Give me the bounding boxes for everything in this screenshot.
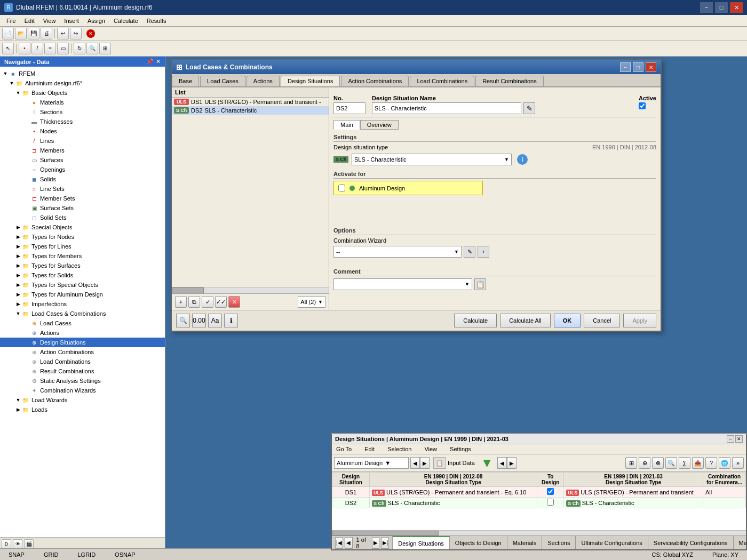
nav-item-line-sets[interactable]: ≡ Line Sets xyxy=(0,184,165,194)
cancel-btn[interactable]: Cancel xyxy=(584,314,620,327)
nav-item-file[interactable]: ▼ 📁 Aluminium design.rf6* xyxy=(0,78,165,88)
comment-edit-btn[interactable]: 📋 xyxy=(474,278,486,290)
info-footer-btn[interactable]: ℹ xyxy=(224,314,238,327)
tab-actions[interactable]: Actions xyxy=(247,76,280,86)
grid-status[interactable]: GRID xyxy=(39,551,63,558)
check2-btn[interactable]: ✓✓ xyxy=(215,296,227,308)
surface-btn[interactable]: ▭ xyxy=(57,43,69,54)
nav-item-solids[interactable]: ◼ Solids xyxy=(0,174,165,184)
new-btn[interactable]: 📄 xyxy=(2,28,14,39)
nav-prev2-btn[interactable]: ◀ xyxy=(497,457,507,469)
name-input[interactable] xyxy=(372,102,521,114)
nav-item-member-sets[interactable]: ⊏ Member Sets xyxy=(0,194,165,203)
first-page-btn[interactable]: |◀ xyxy=(335,537,343,549)
modal-maximize-btn[interactable]: □ xyxy=(633,62,643,72)
ds1-row-to-design[interactable] xyxy=(537,487,564,498)
nav-item-types-special[interactable]: ▶ 📁 Types for Special Objects xyxy=(0,280,165,290)
tab-load-cases[interactable]: Load Cases xyxy=(200,76,245,86)
nav-item-members[interactable]: ⊐ Members xyxy=(0,146,165,155)
nav-next2-btn[interactable]: ▶ xyxy=(507,457,516,469)
sub-tab-overview[interactable]: Overview xyxy=(360,120,399,130)
expand-file[interactable]: ▼ xyxy=(9,81,15,86)
search-footer-btn[interactable]: 🔍 xyxy=(176,314,190,327)
modal-minimize-btn[interactable]: − xyxy=(620,62,631,72)
panel-close-btn[interactable]: ✕ xyxy=(735,435,743,443)
line-btn[interactable]: / xyxy=(31,43,43,54)
ok-btn[interactable]: OK xyxy=(554,314,581,327)
nav-item-combination-wizards[interactable]: ✦ Combination Wizards xyxy=(0,386,165,395)
nav-item-actions[interactable]: ⊕ Actions xyxy=(0,328,165,338)
print-btn[interactable]: 🖨 xyxy=(41,28,52,39)
list-h-scrollbar-thumb[interactable] xyxy=(172,287,204,293)
osnap-status[interactable]: OSNAP xyxy=(110,551,140,558)
tab-action-combinations[interactable]: Action Combinations xyxy=(341,76,409,86)
calc-btn[interactable]: ∑ xyxy=(679,457,690,469)
nav-item-loads[interactable]: ▶ 📁 Loads xyxy=(0,405,165,414)
no-input[interactable] xyxy=(333,102,365,114)
close-button[interactable]: ✕ xyxy=(730,2,743,13)
member-btn[interactable]: = xyxy=(44,43,56,54)
list-item-ds2[interactable]: S Ch DS2 SLS - Characteristic xyxy=(172,106,329,115)
nav-item-imperfections[interactable]: ▶ 📁 Imperfections xyxy=(0,299,165,309)
selection-menu[interactable]: Selection xyxy=(385,445,414,453)
bottom-tab-materials[interactable]: Materials xyxy=(507,536,543,549)
nav-item-result-combinations[interactable]: ⊕ Result Combinations xyxy=(0,366,165,376)
nav-item-load-wizards[interactable]: ▼ 📁 Load Wizards xyxy=(0,395,165,405)
nav-item-basic-objects[interactable]: ▼ 📁 Basic Objects xyxy=(0,88,165,98)
activate-checkbox[interactable] xyxy=(338,185,345,191)
nav-item-rfem[interactable]: ▼ ■ RFEM xyxy=(0,69,165,78)
node-btn[interactable]: • xyxy=(19,43,30,54)
rotate-btn[interactable]: ↻ xyxy=(74,43,85,54)
bottom-toolbar-dropdown[interactable]: Aluminum Design ▼ xyxy=(334,457,409,469)
edit-menu[interactable]: Edit xyxy=(362,445,377,453)
nav-item-design-situations[interactable]: ⊕ Design Situations xyxy=(0,338,165,347)
bottom-table-h-scrollbar[interactable] xyxy=(332,530,746,535)
bottom-table-h-thumb[interactable] xyxy=(332,531,439,535)
nav-pin-btn[interactable]: 📌 xyxy=(146,58,154,65)
ds2-to-design-checkbox[interactable] xyxy=(547,499,554,506)
nav-item-surface-sets[interactable]: ▣ Surface Sets xyxy=(0,203,165,213)
undo-btn[interactable]: ↩ xyxy=(57,28,69,39)
nav-item-load-cases-comb[interactable]: ▼ 📁 Load Cases & Combinations xyxy=(0,309,165,318)
panel-minimize-btn[interactable]: − xyxy=(727,435,734,443)
info-button[interactable]: i xyxy=(517,154,528,165)
bottom-tab-serviceability-configs[interactable]: Serviceability Configurations xyxy=(648,536,734,549)
nav-item-types-lines[interactable]: ▶ 📁 Types for Lines xyxy=(0,242,165,251)
prev-page-btn[interactable]: ◀ xyxy=(345,537,353,549)
nav-display-btn[interactable]: 👁 xyxy=(13,539,22,549)
tab-result-combinations[interactable]: Result Combinations xyxy=(475,76,544,86)
calculate-all-btn[interactable]: Calculate All xyxy=(500,314,551,327)
del-btn[interactable]: ✕ xyxy=(228,296,240,308)
nav-item-static-analysis[interactable]: ⚙ Static Analysis Settings xyxy=(0,376,165,386)
bottom-tab-members[interactable]: Members xyxy=(734,536,747,549)
tab-design-situations[interactable]: Design Situations xyxy=(281,76,340,86)
bottom-tab-ultimate-configs[interactable]: Ultimate Configurations xyxy=(576,536,648,549)
add-btn[interactable]: + xyxy=(175,296,187,308)
next-page-btn[interactable]: ▶ xyxy=(372,537,380,549)
menu-assign[interactable]: Assign xyxy=(83,17,109,25)
format-footer-btn[interactable]: Aa xyxy=(208,314,222,327)
all-dropdown[interactable]: All (2) ▼ xyxy=(298,296,325,308)
ds-type-dropdown[interactable]: SLS - Characteristic ▼ xyxy=(352,154,512,165)
nav-item-load-cases[interactable]: ⊕ Load Cases xyxy=(0,318,165,328)
list-item-ds1[interactable]: ULS DS1 ULS (STR/GEO) - Permanent and tr… xyxy=(172,98,329,106)
comb-wizard-edit-btn[interactable]: ✎ xyxy=(464,246,475,258)
nav-item-types-solids[interactable]: ▶ 📁 Types for Solids xyxy=(0,270,165,280)
more-btn[interactable]: » xyxy=(732,457,744,469)
nav-item-nodes[interactable]: • Nodes xyxy=(0,126,165,136)
check-btn[interactable]: ✓ xyxy=(202,296,213,308)
modal-close-btn[interactable]: ✕ xyxy=(646,62,656,72)
nav-item-surfaces[interactable]: ▭ Surfaces xyxy=(0,155,165,165)
maximize-button[interactable]: □ xyxy=(715,2,728,13)
minimize-button[interactable]: − xyxy=(700,2,713,13)
nav-prev-btn[interactable]: ◀ xyxy=(410,457,420,469)
bottom-tab-design-situations[interactable]: Design Situations xyxy=(393,536,450,549)
apply-btn[interactable]: Apply xyxy=(623,314,656,327)
menu-file[interactable]: File xyxy=(2,17,20,25)
zoom-btn[interactable]: 🔍 xyxy=(86,43,98,54)
num-footer-btn[interactable]: 0.00 xyxy=(192,314,206,327)
menu-results[interactable]: Results xyxy=(142,17,171,25)
filter-btn[interactable]: ⊕ xyxy=(639,457,650,469)
nav-view-btn[interactable]: 🎬 xyxy=(24,539,34,549)
tab-base[interactable]: Base xyxy=(172,76,199,86)
